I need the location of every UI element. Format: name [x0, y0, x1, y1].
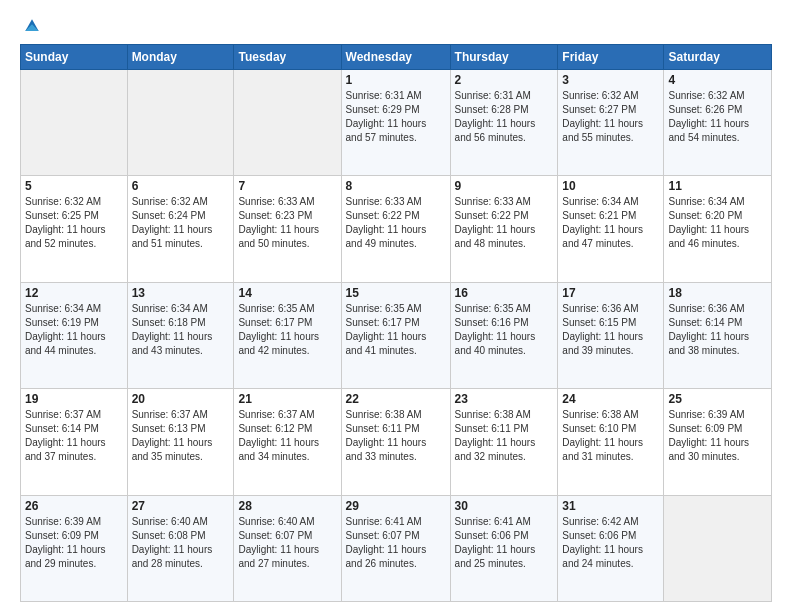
day-number: 23	[455, 392, 554, 406]
calendar-cell: 12Sunrise: 6:34 AMSunset: 6:19 PMDayligh…	[21, 282, 128, 388]
weekday-header-monday: Monday	[127, 45, 234, 70]
day-number: 1	[346, 73, 446, 87]
day-number: 26	[25, 499, 123, 513]
calendar-cell: 31Sunrise: 6:42 AMSunset: 6:06 PMDayligh…	[558, 495, 664, 601]
day-info: Sunrise: 6:36 AMSunset: 6:15 PMDaylight:…	[562, 302, 659, 358]
day-number: 10	[562, 179, 659, 193]
calendar-cell: 6Sunrise: 6:32 AMSunset: 6:24 PMDaylight…	[127, 176, 234, 282]
day-info: Sunrise: 6:32 AMSunset: 6:27 PMDaylight:…	[562, 89, 659, 145]
day-number: 9	[455, 179, 554, 193]
calendar-week-row: 12Sunrise: 6:34 AMSunset: 6:19 PMDayligh…	[21, 282, 772, 388]
calendar-cell: 2Sunrise: 6:31 AMSunset: 6:28 PMDaylight…	[450, 70, 558, 176]
day-number: 27	[132, 499, 230, 513]
day-info: Sunrise: 6:36 AMSunset: 6:14 PMDaylight:…	[668, 302, 767, 358]
day-number: 16	[455, 286, 554, 300]
calendar-cell: 23Sunrise: 6:38 AMSunset: 6:11 PMDayligh…	[450, 389, 558, 495]
day-info: Sunrise: 6:40 AMSunset: 6:08 PMDaylight:…	[132, 515, 230, 571]
day-number: 25	[668, 392, 767, 406]
calendar-cell	[127, 70, 234, 176]
day-info: Sunrise: 6:37 AMSunset: 6:14 PMDaylight:…	[25, 408, 123, 464]
weekday-header-thursday: Thursday	[450, 45, 558, 70]
day-number: 5	[25, 179, 123, 193]
day-info: Sunrise: 6:37 AMSunset: 6:12 PMDaylight:…	[238, 408, 336, 464]
day-number: 15	[346, 286, 446, 300]
day-number: 3	[562, 73, 659, 87]
day-info: Sunrise: 6:33 AMSunset: 6:22 PMDaylight:…	[455, 195, 554, 251]
day-info: Sunrise: 6:38 AMSunset: 6:11 PMDaylight:…	[455, 408, 554, 464]
day-number: 21	[238, 392, 336, 406]
day-info: Sunrise: 6:39 AMSunset: 6:09 PMDaylight:…	[25, 515, 123, 571]
day-number: 8	[346, 179, 446, 193]
calendar-cell: 25Sunrise: 6:39 AMSunset: 6:09 PMDayligh…	[664, 389, 772, 495]
day-number: 20	[132, 392, 230, 406]
calendar-cell: 15Sunrise: 6:35 AMSunset: 6:17 PMDayligh…	[341, 282, 450, 388]
weekday-header-row: SundayMondayTuesdayWednesdayThursdayFrid…	[21, 45, 772, 70]
calendar-cell: 17Sunrise: 6:36 AMSunset: 6:15 PMDayligh…	[558, 282, 664, 388]
day-number: 24	[562, 392, 659, 406]
calendar-cell: 22Sunrise: 6:38 AMSunset: 6:11 PMDayligh…	[341, 389, 450, 495]
calendar-week-row: 5Sunrise: 6:32 AMSunset: 6:25 PMDaylight…	[21, 176, 772, 282]
calendar-cell: 26Sunrise: 6:39 AMSunset: 6:09 PMDayligh…	[21, 495, 128, 601]
day-number: 14	[238, 286, 336, 300]
calendar-week-row: 1Sunrise: 6:31 AMSunset: 6:29 PMDaylight…	[21, 70, 772, 176]
day-info: Sunrise: 6:40 AMSunset: 6:07 PMDaylight:…	[238, 515, 336, 571]
day-number: 11	[668, 179, 767, 193]
calendar-cell: 16Sunrise: 6:35 AMSunset: 6:16 PMDayligh…	[450, 282, 558, 388]
day-number: 18	[668, 286, 767, 300]
day-number: 2	[455, 73, 554, 87]
calendar-cell: 20Sunrise: 6:37 AMSunset: 6:13 PMDayligh…	[127, 389, 234, 495]
day-number: 17	[562, 286, 659, 300]
logo	[20, 16, 42, 36]
day-info: Sunrise: 6:38 AMSunset: 6:11 PMDaylight:…	[346, 408, 446, 464]
weekday-header-saturday: Saturday	[664, 45, 772, 70]
calendar-cell: 8Sunrise: 6:33 AMSunset: 6:22 PMDaylight…	[341, 176, 450, 282]
day-info: Sunrise: 6:31 AMSunset: 6:28 PMDaylight:…	[455, 89, 554, 145]
calendar-cell	[21, 70, 128, 176]
calendar-cell: 10Sunrise: 6:34 AMSunset: 6:21 PMDayligh…	[558, 176, 664, 282]
day-number: 19	[25, 392, 123, 406]
day-info: Sunrise: 6:34 AMSunset: 6:19 PMDaylight:…	[25, 302, 123, 358]
day-info: Sunrise: 6:34 AMSunset: 6:21 PMDaylight:…	[562, 195, 659, 251]
day-info: Sunrise: 6:32 AMSunset: 6:25 PMDaylight:…	[25, 195, 123, 251]
day-info: Sunrise: 6:35 AMSunset: 6:16 PMDaylight:…	[455, 302, 554, 358]
calendar-week-row: 19Sunrise: 6:37 AMSunset: 6:14 PMDayligh…	[21, 389, 772, 495]
day-number: 12	[25, 286, 123, 300]
calendar-cell: 14Sunrise: 6:35 AMSunset: 6:17 PMDayligh…	[234, 282, 341, 388]
day-info: Sunrise: 6:41 AMSunset: 6:06 PMDaylight:…	[455, 515, 554, 571]
day-info: Sunrise: 6:38 AMSunset: 6:10 PMDaylight:…	[562, 408, 659, 464]
logo-icon	[22, 16, 42, 36]
calendar-cell: 9Sunrise: 6:33 AMSunset: 6:22 PMDaylight…	[450, 176, 558, 282]
day-info: Sunrise: 6:35 AMSunset: 6:17 PMDaylight:…	[238, 302, 336, 358]
calendar-cell: 18Sunrise: 6:36 AMSunset: 6:14 PMDayligh…	[664, 282, 772, 388]
calendar-cell: 5Sunrise: 6:32 AMSunset: 6:25 PMDaylight…	[21, 176, 128, 282]
day-number: 29	[346, 499, 446, 513]
day-info: Sunrise: 6:39 AMSunset: 6:09 PMDaylight:…	[668, 408, 767, 464]
calendar-table: SundayMondayTuesdayWednesdayThursdayFrid…	[20, 44, 772, 602]
day-number: 30	[455, 499, 554, 513]
calendar-cell: 21Sunrise: 6:37 AMSunset: 6:12 PMDayligh…	[234, 389, 341, 495]
calendar-cell: 11Sunrise: 6:34 AMSunset: 6:20 PMDayligh…	[664, 176, 772, 282]
day-number: 31	[562, 499, 659, 513]
calendar-cell: 24Sunrise: 6:38 AMSunset: 6:10 PMDayligh…	[558, 389, 664, 495]
day-info: Sunrise: 6:41 AMSunset: 6:07 PMDaylight:…	[346, 515, 446, 571]
header	[20, 16, 772, 36]
calendar-cell: 13Sunrise: 6:34 AMSunset: 6:18 PMDayligh…	[127, 282, 234, 388]
day-info: Sunrise: 6:35 AMSunset: 6:17 PMDaylight:…	[346, 302, 446, 358]
calendar-cell: 28Sunrise: 6:40 AMSunset: 6:07 PMDayligh…	[234, 495, 341, 601]
calendar-cell: 4Sunrise: 6:32 AMSunset: 6:26 PMDaylight…	[664, 70, 772, 176]
calendar-cell: 27Sunrise: 6:40 AMSunset: 6:08 PMDayligh…	[127, 495, 234, 601]
calendar-cell: 19Sunrise: 6:37 AMSunset: 6:14 PMDayligh…	[21, 389, 128, 495]
day-info: Sunrise: 6:34 AMSunset: 6:20 PMDaylight:…	[668, 195, 767, 251]
calendar-cell: 3Sunrise: 6:32 AMSunset: 6:27 PMDaylight…	[558, 70, 664, 176]
day-info: Sunrise: 6:37 AMSunset: 6:13 PMDaylight:…	[132, 408, 230, 464]
page: SundayMondayTuesdayWednesdayThursdayFrid…	[0, 0, 792, 612]
calendar-cell: 29Sunrise: 6:41 AMSunset: 6:07 PMDayligh…	[341, 495, 450, 601]
calendar-cell: 1Sunrise: 6:31 AMSunset: 6:29 PMDaylight…	[341, 70, 450, 176]
weekday-header-sunday: Sunday	[21, 45, 128, 70]
day-number: 6	[132, 179, 230, 193]
day-number: 13	[132, 286, 230, 300]
calendar-cell	[664, 495, 772, 601]
calendar-week-row: 26Sunrise: 6:39 AMSunset: 6:09 PMDayligh…	[21, 495, 772, 601]
logo-text	[20, 16, 42, 36]
day-info: Sunrise: 6:42 AMSunset: 6:06 PMDaylight:…	[562, 515, 659, 571]
